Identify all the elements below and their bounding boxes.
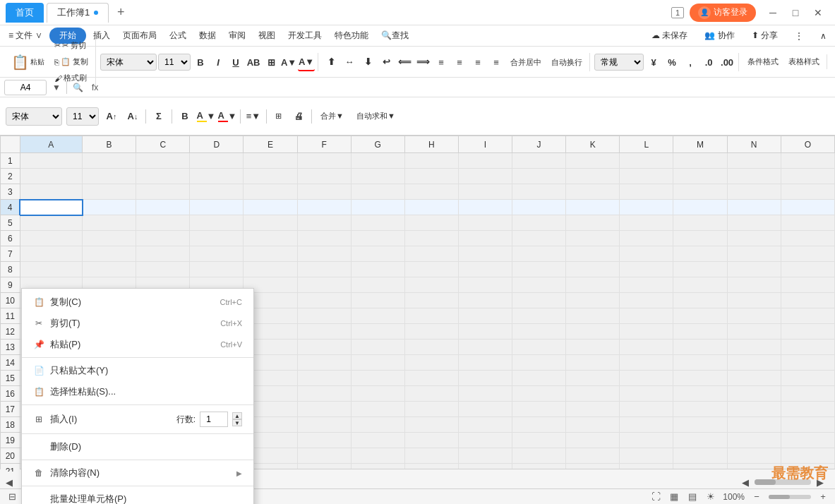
cell-I13[interactable]: [458, 340, 512, 355]
minimize-button[interactable]: ─: [762, 2, 784, 23]
cell-H13[interactable]: [404, 340, 458, 355]
float-shrink-font-button[interactable]: A↓: [124, 108, 141, 125]
cond-format-button[interactable]: 条件格式: [743, 54, 783, 69]
cell-G3[interactable]: [351, 184, 404, 200]
row-header-19[interactable]: 19: [1, 433, 20, 448]
cell-N16[interactable]: [727, 386, 781, 402]
cell-O9[interactable]: [781, 277, 834, 293]
cell-D2[interactable]: [190, 169, 244, 184]
cell-I9[interactable]: [458, 277, 512, 293]
cell-O8[interactable]: [781, 262, 834, 277]
row-header-10[interactable]: 10: [1, 293, 20, 308]
cell-I1[interactable]: [458, 153, 512, 169]
cell-J13[interactable]: [512, 340, 566, 355]
cell-J7[interactable]: [512, 246, 566, 262]
float-fill-button[interactable]: A▼: [198, 108, 215, 125]
cell-J16[interactable]: [512, 386, 566, 402]
number-format-select[interactable]: 常规: [594, 54, 644, 71]
align-top-button[interactable]: ⬆: [323, 54, 340, 71]
float-size-select[interactable]: 11: [66, 107, 99, 126]
spinner-up[interactable]: ▲: [232, 412, 242, 419]
cell-A3[interactable]: [20, 184, 82, 200]
cell-M5[interactable]: [673, 215, 727, 231]
cell-H15[interactable]: [404, 371, 458, 386]
cell-I6[interactable]: [458, 231, 512, 246]
align-middle-button[interactable]: ↔: [341, 54, 358, 71]
cell-G8[interactable]: [351, 262, 404, 277]
cell-C1[interactable]: [136, 153, 190, 169]
cell-O19[interactable]: [781, 433, 834, 448]
cell-F10[interactable]: [297, 293, 351, 308]
row-header-2[interactable]: 2: [1, 169, 20, 184]
cell-F16[interactable]: [297, 386, 351, 402]
cell-G5[interactable]: [351, 215, 404, 231]
cell-K18[interactable]: [566, 417, 620, 433]
cell-F11[interactable]: [297, 308, 351, 324]
menu-collaborate[interactable]: 👥 协作: [699, 28, 740, 44]
cell-O17[interactable]: [781, 402, 834, 417]
ctx-cut[interactable]: ✂ 剪切(T) Ctrl+X: [22, 313, 253, 334]
col-header-B[interactable]: B: [83, 136, 136, 153]
row-header-17[interactable]: 17: [1, 402, 20, 417]
cell-J10[interactable]: [512, 293, 566, 308]
float-grow-font-button[interactable]: A↑: [103, 108, 120, 125]
cell-L3[interactable]: [620, 184, 673, 200]
cut-button[interactable]: ✂ ✂ 剪切: [50, 38, 92, 53]
cell-N12[interactable]: [727, 324, 781, 340]
cell-J18[interactable]: [512, 417, 566, 433]
cell-N14[interactable]: [727, 355, 781, 371]
decimal-inc-button[interactable]: .0: [700, 54, 717, 71]
cell-F7[interactable]: [297, 246, 351, 262]
cell-F6[interactable]: [297, 231, 351, 246]
cell-M4[interactable]: [673, 200, 727, 215]
cell-G14[interactable]: [351, 355, 404, 371]
menu-find[interactable]: 🔍查找: [376, 28, 414, 44]
scroll-bar-right[interactable]: ▶: [814, 476, 827, 488]
align-justify-button[interactable]: ≡: [488, 54, 505, 71]
cell-N7[interactable]: [727, 246, 781, 262]
cell-I17[interactable]: [458, 402, 512, 417]
cell-L19[interactable]: [620, 433, 673, 448]
cell-K10[interactable]: [566, 293, 620, 308]
cell-G11[interactable]: [351, 308, 404, 324]
col-header-J[interactable]: J: [512, 136, 566, 153]
cell-F9[interactable]: [297, 277, 351, 293]
cell-J9[interactable]: [512, 277, 566, 293]
cell-H16[interactable]: [404, 386, 458, 402]
cell-B8[interactable]: [83, 262, 136, 277]
cell-E3[interactable]: [244, 184, 297, 200]
cell-N9[interactable]: [727, 277, 781, 293]
cell-E5[interactable]: [244, 215, 297, 231]
cell-H5[interactable]: [404, 215, 458, 231]
cell-F1[interactable]: [297, 153, 351, 169]
cell-I18[interactable]: [458, 417, 512, 433]
menu-review[interactable]: 审阅: [223, 28, 251, 44]
cell-H9[interactable]: [404, 277, 458, 293]
cell-J8[interactable]: [512, 262, 566, 277]
indent-decrease-button[interactable]: ⟸: [396, 54, 413, 71]
cell-D6[interactable]: [190, 231, 244, 246]
cell-O15[interactable]: [781, 371, 834, 386]
merge-button[interactable]: 合并居中: [506, 54, 546, 71]
cell-J11[interactable]: [512, 308, 566, 324]
align-center-button[interactable]: ≡: [451, 54, 468, 71]
cell-L20[interactable]: [620, 448, 673, 464]
menu-share[interactable]: ⬆ 分享: [746, 28, 783, 44]
cell-C6[interactable]: [136, 231, 190, 246]
cell-F20[interactable]: [297, 448, 351, 464]
row-header-14[interactable]: 14: [1, 355, 20, 371]
cell-E2[interactable]: [244, 169, 297, 184]
cell-I12[interactable]: [458, 324, 512, 340]
cell-I3[interactable]: [458, 184, 512, 200]
close-button[interactable]: ✕: [807, 2, 829, 23]
border-button[interactable]: ⊞: [263, 54, 280, 71]
ctx-paste-text[interactable]: 📄 只粘贴文本(Y): [22, 360, 253, 381]
cell-H1[interactable]: [404, 153, 458, 169]
cell-H11[interactable]: [404, 308, 458, 324]
cell-L16[interactable]: [620, 386, 673, 402]
italic-button[interactable]: I: [210, 54, 227, 71]
cell-O10[interactable]: [781, 293, 834, 308]
cell-G6[interactable]: [351, 231, 404, 246]
cell-G12[interactable]: [351, 324, 404, 340]
cell-N17[interactable]: [727, 402, 781, 417]
